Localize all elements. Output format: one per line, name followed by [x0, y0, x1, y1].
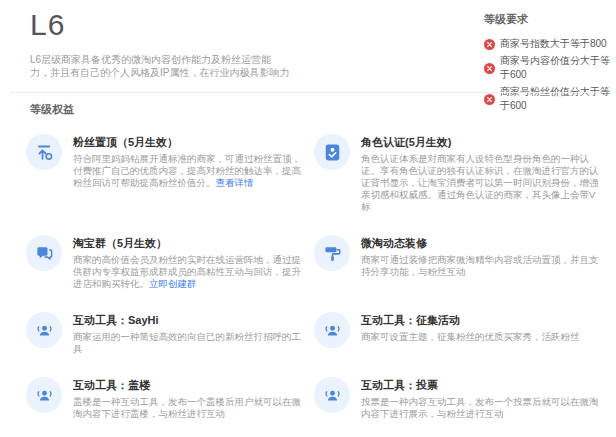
- benefit-link[interactable]: 立即创建群: [149, 278, 197, 289]
- person-waves-icon: [314, 312, 350, 348]
- benefit-title: 微淘动态装修: [361, 236, 602, 250]
- benefit-description: 商家可设置主题，征集粉丝的优质买家秀，活跃粉丝: [361, 331, 580, 343]
- benefit-description: 盖楼是一种互动工具，发布一个盖楼后用户就可以在微淘内容下进行盖楼，与粉丝进行互动: [73, 396, 302, 420]
- person-waves-icon: [314, 377, 350, 413]
- person-waves-icon: [26, 377, 62, 413]
- requirements-section: 等级要求 商家号指数大于等于800 商家号内容价值分大于等于600 商家号粉丝价…: [484, 12, 616, 116]
- benefit-description: 商家可通过装修把商家微淘精华内容或活动置顶，并且支持分享功能，与粉丝互动: [361, 254, 602, 278]
- benefit-item: 淘宝群（5月生效） 商家的高价值会员及粉丝的实时在线运营阵地，通过提供群内专享权…: [26, 235, 302, 290]
- requirements-list: 商家号指数大于等于800 商家号内容价值分大于等于600 商家号粉丝价值分大于等…: [484, 37, 616, 113]
- chat-bubbles-icon: [26, 235, 62, 271]
- benefit-item: 微淘动态装修 商家可通过装修把商家微淘精华内容或活动置顶，并且支持分享功能，与粉…: [314, 235, 602, 278]
- requirement-item: 商家号指数大于等于800: [484, 37, 616, 51]
- benefit-description: 商家的高价值会员及粉丝的实时在线运营阵地，通过提供群内专享权益形成群成员的高粘性…: [73, 254, 302, 290]
- benefit-item: 互动工具：投票 投票是一种内容互动工具，发布一个投票后就可以在微淘内容下进行展示…: [314, 377, 602, 420]
- requirement-text: 商家号指数大于等于800: [500, 37, 607, 51]
- benefit-title: 淘宝群（5月生效）: [73, 236, 302, 250]
- badge-check-icon: [314, 134, 350, 170]
- benefits-heading: 等级权益: [30, 102, 74, 117]
- benefit-title: 互动工具：盖楼: [73, 378, 302, 392]
- benefit-link[interactable]: 查看详情: [216, 177, 254, 188]
- merchant-level-page: L6 L6层级商家具备优秀的微淘内容创作能力及粉丝运营能力，并且有自己的个人风格…: [0, 0, 616, 437]
- benefit-description: 角色认证体系是对商家有人设特色型身份角色的一种认证。享有角色认证的独有认证标识，…: [361, 153, 602, 213]
- benefits-grid: 粉丝置顶（5月生效） 符合阿里妈妈钻展开通标准的商家，可通过粉丝置顶，付费推广自…: [26, 134, 602, 437]
- page-title: L6: [30, 8, 65, 42]
- paint-roller-icon: [314, 235, 350, 271]
- benefit-title: 互动工具：SayHi: [73, 313, 302, 327]
- benefit-item: 互动工具：征集活动 商家可设置主题，征集粉丝的优质买家秀，活跃粉丝: [314, 312, 602, 354]
- benefit-item: 互动工具：SayHi 商家运用的一种简短高效的向自己的新粉丝打招呼的工具: [26, 312, 302, 355]
- benefit-description: 投票是一种内容互动工具，发布一个投票后就可以在微淘内容下进行展示，与粉丝进行互动: [361, 396, 602, 420]
- benefit-title: 互动工具：投票: [361, 378, 602, 392]
- error-x-icon: [484, 94, 495, 105]
- requirement-item: 商家号粉丝价值分大于等于600: [484, 85, 616, 113]
- benefit-title: 互动工具：征集活动: [361, 313, 580, 327]
- person-waves-icon: [26, 312, 62, 348]
- benefit-title: 角色认证(5月生效): [361, 135, 602, 149]
- requirements-heading: 等级要求: [484, 12, 616, 27]
- benefit-item: 互动工具：盖楼 盖楼是一种互动工具，发布一个盖楼后用户就可以在微淘内容下进行盖楼…: [26, 377, 302, 420]
- benefit-title: 粉丝置顶（5月生效）: [73, 135, 302, 149]
- benefit-description: 符合阿里妈妈钻展开通标准的商家，可通过粉丝置顶，付费推广自己的优质内容，提高对粉…: [73, 153, 302, 189]
- benefit-item: 粉丝置顶（5月生效） 符合阿里妈妈钻展开通标准的商家，可通过粉丝置顶，付费推广自…: [26, 134, 302, 189]
- requirement-item: 商家号内容价值分大于等于600: [484, 54, 616, 82]
- requirement-text: 商家号内容价值分大于等于600: [500, 54, 616, 82]
- pin-top-icon: [26, 134, 62, 170]
- error-x-icon: [484, 63, 495, 74]
- requirement-text: 商家号粉丝价值分大于等于600: [500, 85, 616, 113]
- error-x-icon: [484, 39, 495, 50]
- benefit-description: 商家运用的一种简短高效的向自己的新粉丝打招呼的工具: [73, 331, 302, 355]
- benefit-item: 角色认证(5月生效) 角色认证体系是对商家有人设特色型身份角色的一种认证。享有角…: [314, 134, 602, 213]
- level-description: L6层级商家具备优秀的微淘内容创作能力及粉丝运营能力，并且有自己的个人风格及IP…: [30, 54, 290, 79]
- section-divider: [10, 92, 604, 93]
